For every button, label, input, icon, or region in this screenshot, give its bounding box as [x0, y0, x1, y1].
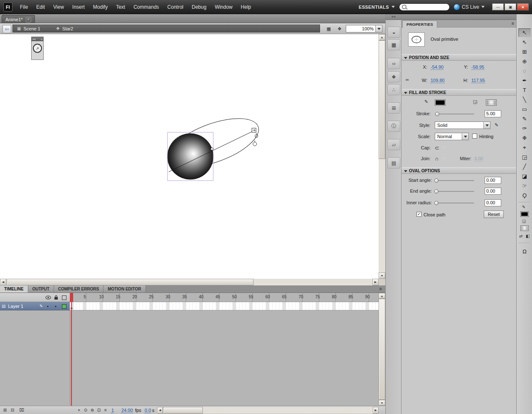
tool-fill-color-swatch[interactable]	[520, 226, 529, 231]
link-dimensions-icon[interactable]: ∞	[406, 77, 409, 82]
modify-markers-icon[interactable]: ≡	[102, 407, 109, 413]
swap-colors-icon[interactable]: ⇄	[519, 234, 522, 238]
panel-menu-icon[interactable]: ≡	[376, 285, 385, 293]
menu-text[interactable]: Text	[112, 0, 129, 14]
transform-panel-icon[interactable]: ▱	[387, 139, 400, 150]
start-angle-field[interactable]: 0.00	[485, 177, 501, 184]
layer-frame-track[interactable]	[70, 302, 379, 310]
lock-icon[interactable]	[54, 295, 58, 300]
chevron-down-icon[interactable]	[442, 158, 446, 160]
tab-properties[interactable]: PROPERTIES	[402, 20, 437, 28]
document-tab[interactable]: Anime1* ×	[2, 15, 35, 24]
menu-edit[interactable]: Edit	[32, 0, 49, 14]
onion-skin-outlines-icon[interactable]: ⊚	[89, 407, 96, 413]
stage-canvas[interactable]: »» × ↗	[0, 34, 379, 279]
layer-name[interactable]: Layer 1	[8, 304, 23, 309]
scrollbar-thumb[interactable]	[379, 40, 385, 159]
timeline-horizontal-scrollbar[interactable]: ◀ ▶	[157, 407, 379, 414]
delete-layer-icon[interactable]: ⌧	[18, 407, 25, 413]
center-frame-icon[interactable]: ⌖	[76, 407, 82, 413]
stage-horizontal-scrollbar[interactable]: ◀ ▶	[0, 279, 379, 285]
3d-rotation-tool[interactable]: ⊕	[518, 57, 531, 66]
hinting-checkbox[interactable]	[472, 134, 477, 139]
eyedropper-tool[interactable]: ╱	[518, 162, 531, 171]
menu-insert[interactable]: Insert	[68, 0, 89, 14]
menu-view[interactable]: View	[49, 0, 68, 14]
frame-rate-value[interactable]: 24.00	[121, 408, 133, 413]
zoom-dropdown[interactable]: 100%	[346, 25, 382, 32]
cap-style-icon[interactable]: ⊂	[435, 145, 439, 151]
scroll-up-icon[interactable]: ▲	[379, 293, 385, 299]
style-dropdown[interactable]: Solid	[435, 121, 490, 129]
stroke-slider[interactable]	[435, 114, 474, 115]
menu-help[interactable]: Help	[236, 0, 255, 14]
close-tab-icon[interactable]: ×	[26, 17, 31, 22]
start-angle-slider[interactable]	[435, 180, 474, 181]
frame-ruler[interactable]: 5 10 15 20 25 30 35 40 45 50 55 60 65 70…	[70, 293, 379, 302]
stroke-value-field[interactable]: 5.00	[485, 110, 501, 117]
section-fill-stroke[interactable]: FILL AND STROKE	[401, 89, 517, 96]
end-angle-field[interactable]: 0.00	[485, 188, 501, 195]
pencil-tool[interactable]: ✎	[518, 114, 531, 123]
swatches-panel-icon[interactable]: ▦	[387, 39, 400, 50]
hand-tool[interactable]: ☞	[518, 181, 531, 190]
align-panel-icon[interactable]: ⊞	[387, 102, 400, 114]
timeline-body[interactable]	[0, 310, 379, 406]
scroll-up-icon[interactable]: ▲	[379, 34, 385, 40]
h-value[interactable]: 117.95	[471, 78, 485, 83]
black-and-white-icon[interactable]: ◧	[526, 234, 530, 238]
scrollbar-thumb[interactable]	[7, 279, 254, 285]
menu-debug[interactable]: Debug	[187, 0, 210, 14]
tab-compiler-errors[interactable]: COMPILER ERRORS	[54, 285, 103, 293]
color-panel-icon[interactable]: ◒	[387, 27, 400, 38]
playhead-marker[interactable]	[70, 293, 73, 302]
w-value[interactable]: 109.80	[431, 78, 445, 83]
snap-to-objects-toggle[interactable]: Ω	[518, 247, 531, 256]
minimize-button[interactable]: —	[492, 3, 504, 10]
launch-arrow-icon[interactable]: ↗	[33, 44, 42, 53]
menu-window[interactable]: Window	[211, 0, 237, 14]
library-panel-icon[interactable]: ▤	[387, 157, 400, 169]
tool-stroke-color-swatch[interactable]	[520, 211, 529, 217]
scroll-right-icon[interactable]: ▶	[373, 407, 379, 414]
rectangle-tool[interactable]: ▭	[518, 105, 531, 114]
workspace-switcher[interactable]: ESSENTIALS	[359, 5, 395, 10]
tab-output[interactable]: OUTPUT	[28, 285, 54, 293]
slider-knob[interactable]	[435, 112, 439, 116]
stage-vertical-scrollbar[interactable]: ▲ ▼	[379, 34, 385, 279]
scroll-down-icon[interactable]: ▼	[379, 273, 385, 279]
edit-multiple-frames-icon[interactable]: ⊡	[96, 407, 102, 413]
free-transform-tool[interactable]: ⊞	[518, 47, 531, 56]
lasso-tool[interactable]: ◌	[518, 67, 531, 75]
inner-radius-field[interactable]: 0.00	[485, 199, 501, 206]
x-value[interactable]: -54.90	[431, 64, 443, 70]
brush-tool[interactable]: ✑	[518, 124, 531, 133]
scale-dropdown[interactable]: Normal	[435, 133, 469, 140]
eye-icon[interactable]	[45, 295, 51, 300]
inner-radius-slider[interactable]	[435, 203, 474, 204]
menu-modify[interactable]: Modify	[89, 0, 112, 14]
text-tool[interactable]: T	[518, 86, 531, 94]
menu-file[interactable]: File	[16, 0, 32, 14]
slider-knob[interactable]	[434, 201, 438, 205]
expand-dock-icon[interactable]: ««	[386, 14, 401, 20]
motion-presets-panel-icon[interactable]: ∴	[387, 84, 400, 95]
section-oval-options[interactable]: OVAL OPTIONS	[401, 167, 517, 174]
scrollbar-thumb[interactable]	[379, 299, 385, 400]
stroke-color-swatch[interactable]	[435, 99, 446, 106]
timeline-vertical-scrollbar[interactable]: ▲ ▼	[379, 293, 385, 406]
scrollbar-thumb[interactable]	[163, 407, 203, 414]
eraser-tool[interactable]: ◪	[518, 172, 531, 181]
tab-timeline[interactable]: TIMELINE	[0, 285, 28, 293]
outline-icon[interactable]	[62, 295, 66, 300]
slider-knob[interactable]	[434, 178, 438, 183]
floating-panel[interactable]: »» × ↗	[31, 37, 44, 60]
panel-collapse-icon[interactable]: »»	[32, 38, 36, 41]
elapsed-time-value[interactable]: 0.0	[145, 408, 151, 413]
line-tool[interactable]: ╲	[518, 95, 531, 104]
end-angle-slider[interactable]	[435, 191, 474, 192]
scroll-down-icon[interactable]: ▼	[379, 400, 385, 406]
layer-visible-dot[interactable]: •	[47, 304, 49, 309]
deco-tool[interactable]: ❉	[518, 134, 531, 142]
layer-row[interactable]: ▤ Layer 1 ✎ • •	[0, 302, 70, 310]
